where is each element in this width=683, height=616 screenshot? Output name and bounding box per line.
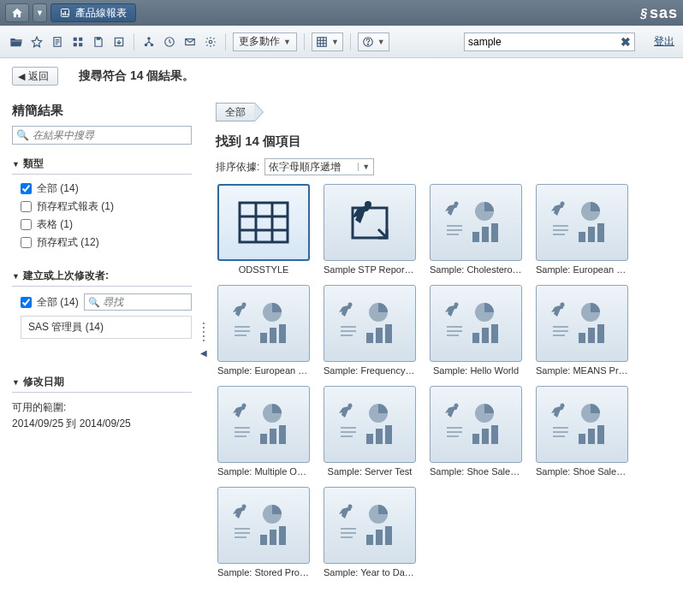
author-all-row[interactable]: 全部 (14) 🔍 (21, 293, 192, 311)
grid-thumb[interactable] (217, 386, 310, 463)
report-thumb-icon (229, 401, 298, 448)
section-author-header[interactable]: ▼ 建立或上次修改者: (12, 269, 192, 287)
grid-item[interactable]: Sample STP Report: ... (322, 184, 418, 275)
grid-thumb[interactable] (536, 184, 628, 261)
type-filter-row[interactable]: 表格 (1) (21, 217, 192, 232)
grid-item[interactable]: Sample: Cholesterol b... (428, 184, 524, 275)
favorite-button[interactable] (29, 34, 45, 50)
grid-item-label: Sample: MEANS Pro... (536, 365, 628, 376)
svg-point-73 (561, 302, 565, 306)
sidebar-divider[interactable]: ◀ (200, 103, 207, 578)
svg-rect-87 (270, 429, 276, 444)
svg-rect-63 (376, 328, 383, 343)
author-search-input[interactable] (103, 296, 187, 308)
settings-button[interactable] (203, 34, 218, 50)
open-folder-button[interactable] (9, 34, 24, 50)
report-thumb-icon (336, 502, 404, 549)
grid-thumb[interactable] (324, 285, 416, 362)
sort-dropdown[interactable]: 依字母順序遞增 ▼ (264, 158, 374, 175)
gear-icon (205, 36, 217, 48)
document-button[interactable] (50, 34, 65, 50)
type-filter-row[interactable]: 預存程式 (12) (21, 235, 192, 250)
home-button[interactable] (5, 3, 29, 22)
grid-thumb[interactable] (217, 487, 310, 564)
date-range-label: 可用的範圍: (12, 400, 192, 416)
grid-item[interactable]: Sample: Year to Date ... (322, 487, 418, 578)
grid-thumb[interactable] (430, 285, 522, 362)
sidebar-search[interactable]: 🔍 (12, 126, 192, 145)
global-search-input[interactable] (468, 36, 621, 48)
svg-rect-110 (579, 434, 585, 444)
star-icon (31, 36, 43, 48)
sort-row: 排序依據: 依字母順序遞增 ▼ (216, 158, 671, 175)
grid-item[interactable]: Sample: Multiple Out... (216, 386, 312, 477)
grid-item[interactable]: Sample: Shoe Sales G... (534, 386, 630, 477)
export-button[interactable] (111, 34, 127, 50)
grid-item[interactable]: Sample: MEANS Pro... (534, 285, 630, 376)
breadcrumb-all[interactable]: 全部 (216, 103, 255, 121)
type-filter-row[interactable]: 全部 (14) (21, 181, 192, 196)
grid-thumb[interactable] (217, 184, 310, 261)
global-search[interactable]: ✖ (464, 33, 635, 51)
grid-item[interactable]: Sample: Hello World (428, 285, 524, 376)
grid-item[interactable]: Sample: European De... (534, 184, 630, 275)
grid-item[interactable]: Sample: Frequency A... (322, 285, 418, 376)
svg-rect-109 (553, 435, 565, 437)
sidebar-search-input[interactable] (33, 129, 187, 141)
svg-rect-79 (588, 328, 595, 343)
grid-item[interactable]: ODSSTYLE (216, 184, 312, 275)
grid-thumb[interactable] (536, 285, 628, 362)
home-icon (11, 7, 23, 19)
clear-search-button[interactable]: ✖ (621, 35, 631, 49)
svg-rect-100 (447, 431, 462, 433)
grid-item[interactable]: Sample: Shoe Sales b... (428, 386, 524, 477)
svg-rect-9 (79, 37, 82, 40)
chevron-down-icon: ▼ (358, 163, 370, 171)
author-item[interactable]: SAS 管理員 (14) (21, 316, 192, 339)
grid-thumb[interactable] (217, 285, 310, 362)
collapse-sidebar-button[interactable]: ◀ (200, 348, 207, 358)
type-filter-checkbox[interactable] (21, 219, 32, 230)
type-filter-checkbox[interactable] (21, 201, 32, 212)
grid-item[interactable]: Sample: European De... (216, 285, 312, 376)
help-dropdown[interactable]: ▼ (358, 33, 389, 51)
save-button[interactable] (91, 34, 106, 50)
grid-thumb[interactable] (536, 386, 628, 463)
type-filter-checkbox[interactable] (21, 183, 32, 194)
author-search[interactable]: 🔍 (84, 293, 192, 311)
breadcrumb-product-report[interactable]: 產品線報表 (50, 3, 136, 22)
report-thumb-icon (229, 300, 298, 347)
type-filter-row[interactable]: 預存程式報表 (1) (21, 199, 192, 214)
grid-thumb[interactable] (430, 386, 522, 463)
svg-point-89 (348, 403, 353, 407)
email-button[interactable] (182, 34, 198, 50)
toolbar-separator (350, 33, 351, 50)
type-filter-checkbox[interactable] (21, 237, 32, 248)
author-all-checkbox[interactable] (21, 297, 32, 308)
svg-rect-96 (385, 425, 392, 444)
more-actions-dropdown[interactable]: 更多動作 ▼ (233, 33, 297, 51)
svg-rect-112 (597, 425, 604, 444)
help-icon (362, 36, 374, 48)
svg-rect-64 (385, 324, 392, 343)
svg-rect-56 (279, 324, 286, 343)
grid-thumb[interactable] (324, 386, 416, 463)
home-dropdown[interactable]: ▼ (33, 3, 47, 22)
grid-item-label: Sample: European De... (536, 264, 628, 275)
grid-thumb[interactable] (430, 184, 522, 261)
view-mode-dropdown[interactable]: ▼ (312, 33, 343, 51)
section-type-header[interactable]: ▼ 類型 (12, 157, 192, 175)
logout-link[interactable]: 登出 (654, 34, 674, 49)
back-button[interactable]: ◀ 返回 (12, 67, 58, 86)
dashboard-button[interactable] (70, 34, 86, 50)
report-thumb-icon (548, 300, 616, 347)
grid-thumb[interactable] (324, 487, 416, 564)
report-thumb-icon (442, 401, 510, 448)
grid-item[interactable]: Sample: Server Test (322, 386, 418, 477)
schedule-button[interactable] (162, 34, 177, 50)
grid-item[interactable]: Sample: Stored Proce... (216, 487, 312, 578)
svg-rect-37 (447, 234, 459, 235)
tree-button[interactable] (141, 34, 157, 50)
grid-thumb[interactable] (324, 184, 416, 261)
section-date-header[interactable]: ▼ 修改日期 (12, 375, 192, 393)
